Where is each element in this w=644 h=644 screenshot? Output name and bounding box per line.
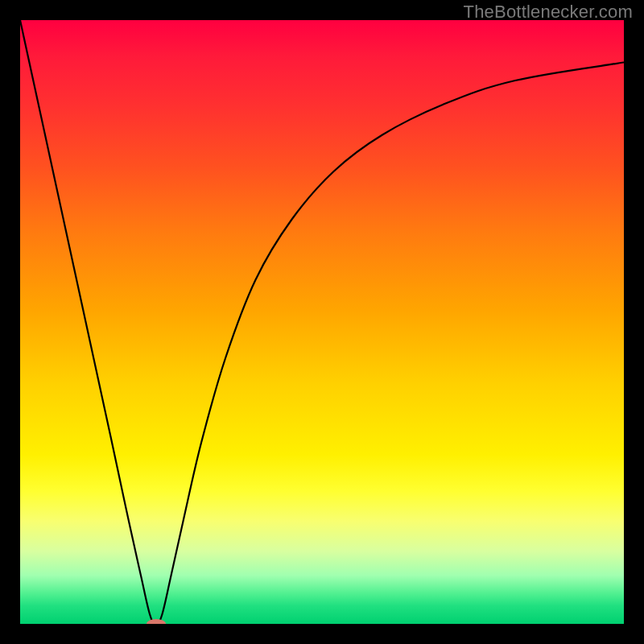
curve-svg [20, 20, 624, 624]
optimum-marker [147, 619, 166, 624]
bottleneck-curve [20, 20, 624, 624]
chart-frame: TheBottlenecker.com [0, 0, 644, 644]
watermark-text: TheBottlenecker.com [464, 2, 633, 23]
plot-area [20, 20, 624, 624]
